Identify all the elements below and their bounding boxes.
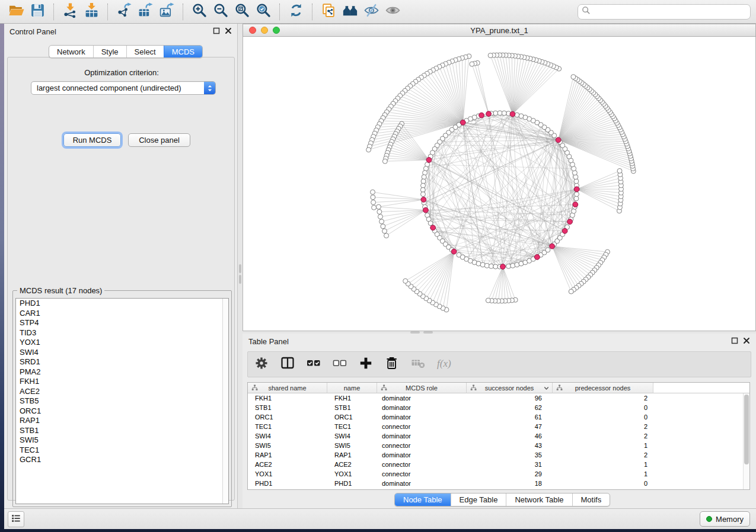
toolbar-separator xyxy=(107,4,108,20)
mcds-list-item[interactable]: ORC1 xyxy=(16,406,228,416)
zoom-out-button[interactable] xyxy=(210,2,231,22)
mcds-result-list[interactable]: PHD1CAR1STP4TID3YOX1SWI4SRD1PMA2FKH1ACE2… xyxy=(15,298,229,504)
show-panels-button[interactable] xyxy=(382,2,403,22)
search-input[interactable] xyxy=(591,8,747,16)
cell-mcds_role: connector xyxy=(377,423,467,430)
save-session-button[interactable] xyxy=(27,2,48,22)
table-row[interactable]: TEC1TEC1connector472 xyxy=(248,422,749,431)
table-row[interactable]: SWI5SWI5connector431 xyxy=(248,441,749,450)
tab-select[interactable]: Select xyxy=(126,46,164,57)
tab-network[interactable]: Network xyxy=(49,46,93,57)
mcds-list-item[interactable]: STB1 xyxy=(16,426,228,436)
search-field[interactable] xyxy=(578,4,751,20)
mcds-tab-content: Optimization criterion: largest connecte… xyxy=(7,57,235,501)
cell-mcds_role: dominator xyxy=(377,451,467,459)
mcds-list-item[interactable]: GCR1 xyxy=(16,455,228,465)
float-table-panel-icon[interactable] xyxy=(731,336,738,347)
tab-mcds[interactable]: MCDS xyxy=(164,46,202,57)
cell-mcds_role: connector xyxy=(377,470,467,477)
table-row[interactable]: PHD1PHD1dominator180 xyxy=(248,479,749,488)
cell-mcds_role: dominator xyxy=(377,404,467,411)
mcds-list-item[interactable]: ACE2 xyxy=(16,387,228,397)
delete-column-button[interactable] xyxy=(383,355,401,373)
table-row[interactable]: YOX1YOX1connector291 xyxy=(248,469,749,479)
run-mcds-button[interactable]: Run MCDS xyxy=(63,133,121,147)
mcds-list-item[interactable]: STP4 xyxy=(16,318,228,328)
search-network-button[interactable] xyxy=(339,2,361,22)
network-graph[interactable] xyxy=(243,37,755,331)
close-panel-button[interactable]: Close panel xyxy=(128,133,190,147)
mcds-list-item[interactable]: CAR1 xyxy=(16,309,228,319)
cell-predecessor_nodes: 2 xyxy=(553,432,653,440)
toolbar-separator xyxy=(53,4,54,20)
column-header-shared-name[interactable]: shared name xyxy=(248,383,327,393)
tab-network-table[interactable]: Network Table xyxy=(506,493,572,506)
add-column-button[interactable] xyxy=(357,355,375,373)
chevron-down-icon[interactable] xyxy=(544,385,549,390)
toggle-panes-button[interactable] xyxy=(279,355,296,373)
import-table-button[interactable] xyxy=(81,2,102,22)
table-row[interactable]: ORC1ORC1dominator610 xyxy=(248,412,749,422)
table-row[interactable]: SWI4SWI4dominator462 xyxy=(248,431,749,441)
tab-node-table[interactable]: Node Table xyxy=(395,493,451,506)
svg-text:f(x): f(x) xyxy=(437,358,451,369)
refresh-network-button[interactable] xyxy=(285,2,307,22)
table-scrollbar[interactable] xyxy=(743,393,749,489)
export-image-button[interactable] xyxy=(156,2,177,22)
cell-successor_nodes: 29 xyxy=(467,470,553,477)
clone-network-button[interactable] xyxy=(318,2,339,22)
table-row[interactable]: ACE2ACE2connector311 xyxy=(248,460,749,469)
cell-predecessor_nodes: 2 xyxy=(553,451,653,459)
export-table-button[interactable] xyxy=(135,2,156,22)
cell-successor_nodes: 46 xyxy=(467,432,553,440)
column-header-predecessor-nodes[interactable]: predecessor nodes xyxy=(553,383,653,393)
column-header-name[interactable]: name xyxy=(327,383,377,393)
mcds-list-item[interactable]: RAP1 xyxy=(16,416,228,426)
close-panel-icon[interactable] xyxy=(225,26,232,37)
select-all-button[interactable] xyxy=(305,355,323,373)
float-panel-icon[interactable] xyxy=(213,26,220,37)
mcds-list-item[interactable]: PMA2 xyxy=(16,367,228,377)
zoom-in-button[interactable] xyxy=(189,2,210,22)
table-mode-button[interactable] xyxy=(253,355,270,373)
mcds-list-item[interactable]: SWI5 xyxy=(16,435,228,446)
criterion-dropdown[interactable]: largest connected component (undirected) xyxy=(31,81,216,95)
vertical-splitter[interactable] xyxy=(238,24,243,508)
table-row[interactable]: RAP1RAP1dominator352 xyxy=(248,450,749,460)
column-header-MCDS-role[interactable]: MCDS role xyxy=(377,383,467,393)
mcds-list-item[interactable]: PHD1 xyxy=(16,299,228,309)
mcds-list-item[interactable]: STB5 xyxy=(16,396,228,406)
optimization-criterion-label: Optimization criterion: xyxy=(5,68,238,77)
table-tabs: Node TableEdge TableNetwork TableMotifs xyxy=(394,493,610,507)
network-canvas[interactable] xyxy=(243,37,756,331)
mcds-list-item[interactable]: TEC1 xyxy=(16,446,228,456)
mcds-list-item[interactable]: SWI4 xyxy=(16,348,228,358)
tab-motifs[interactable]: Motifs xyxy=(572,493,610,506)
close-table-panel-icon[interactable] xyxy=(743,336,750,347)
mcds-list-scrollbar[interactable] xyxy=(222,299,228,504)
deselect-all-button[interactable] xyxy=(331,355,349,373)
delete-table-button xyxy=(409,355,427,373)
mcds-list-item[interactable]: SRD1 xyxy=(16,357,228,367)
zoom-fit-button[interactable] xyxy=(231,2,253,22)
refresh-icon xyxy=(288,2,304,21)
cell-shared_name: PHD1 xyxy=(248,480,327,487)
zoom-selected-button[interactable] xyxy=(253,2,274,22)
hide-panels-button[interactable] xyxy=(361,2,382,22)
tab-edge-table[interactable]: Edge Table xyxy=(451,493,506,506)
network-window-titlebar[interactable]: YPA_prune.txt_1 xyxy=(243,24,756,37)
import-network-button[interactable] xyxy=(59,2,81,22)
table-row[interactable]: FKH1FKH1dominator962 xyxy=(248,393,749,403)
table-row[interactable]: STB1STB1dominator620 xyxy=(248,403,749,412)
open-session-button[interactable] xyxy=(5,2,27,22)
tab-style[interactable]: Style xyxy=(93,46,126,57)
mcds-list-item[interactable]: FKH1 xyxy=(16,377,228,387)
cell-successor_nodes: 62 xyxy=(467,404,553,411)
mcds-list-item[interactable]: TID3 xyxy=(16,328,228,338)
task-history-button[interactable] xyxy=(8,511,24,527)
mcds-list-item[interactable]: YOX1 xyxy=(16,338,228,348)
export-network-button[interactable] xyxy=(113,2,135,22)
column-header-successor-nodes[interactable]: successor nodes xyxy=(467,383,553,393)
memory-button[interactable]: Memory xyxy=(700,511,750,527)
table-scrollbar-thumb[interactable] xyxy=(744,395,749,464)
